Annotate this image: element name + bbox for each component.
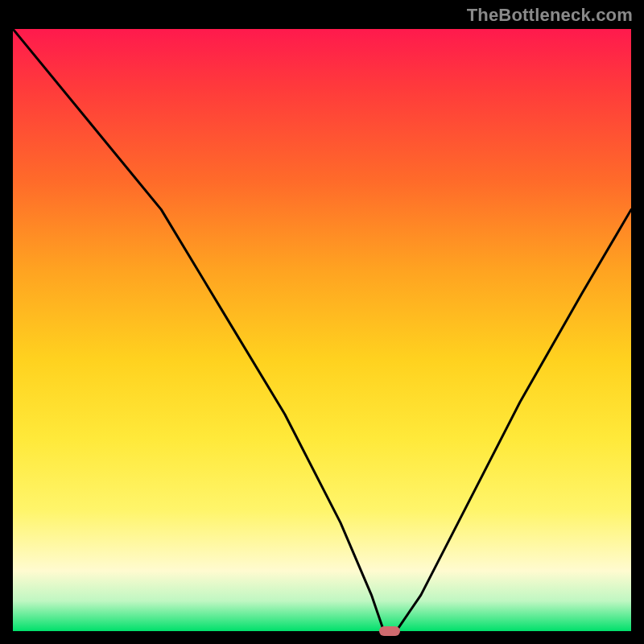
watermark-text: TheBottleneck.com: [467, 5, 633, 26]
bottleneck-curve: [13, 29, 631, 631]
optimal-point-marker: [379, 626, 400, 636]
chart-frame: TheBottleneck.com: [0, 0, 644, 644]
plot-area: [13, 29, 631, 631]
